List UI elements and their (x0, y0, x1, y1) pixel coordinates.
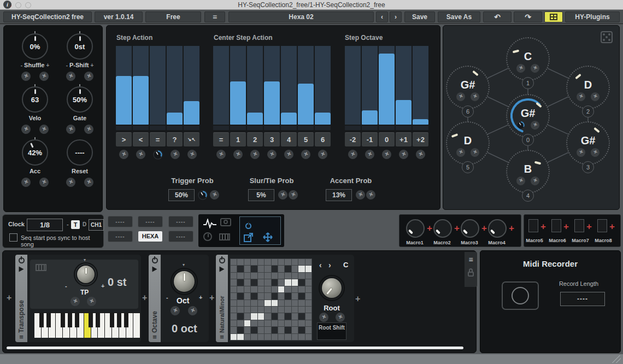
grid-cell[interactable] (237, 320, 243, 326)
seq-slot-6[interactable]: ---- (168, 231, 193, 242)
black-key[interactable] (117, 313, 121, 327)
macro-assign-icon[interactable]: + (509, 225, 514, 232)
step-button-2[interactable]: 2 (247, 132, 263, 146)
external-link-icon[interactable] (244, 232, 254, 242)
grid-cell[interactable] (244, 327, 250, 333)
chart-bar[interactable] (281, 113, 297, 125)
chart-column[interactable] (345, 46, 361, 125)
grid-cell[interactable] (285, 327, 291, 333)
step-button-=[interactable]: = (150, 132, 166, 146)
hexa-center-node[interactable]: G#+ (506, 94, 550, 138)
oct-mod-button-2[interactable]: + (187, 305, 199, 317)
grid-cell[interactable] (251, 313, 257, 319)
grid-cell[interactable] (285, 293, 291, 299)
seq-slot-1[interactable]: ---- (108, 216, 133, 227)
grid-cell[interactable] (278, 334, 284, 340)
black-key[interactable] (96, 313, 100, 327)
chart-bar[interactable] (264, 81, 280, 125)
grid-cell[interactable] (244, 334, 250, 340)
grid-cell[interactable] (244, 313, 250, 319)
grid-cell[interactable] (305, 327, 312, 333)
undo-icon[interactable]: ↶ (483, 11, 512, 22)
grid-cell[interactable] (298, 293, 304, 299)
grid-cell[interactable] (272, 320, 278, 326)
mod-button[interactable]: + (20, 177, 32, 189)
knob-gate[interactable]: 50%Gate++ (54, 83, 106, 134)
grid-cell[interactable] (237, 259, 243, 265)
grid-cell[interactable] (258, 320, 264, 326)
grid-cell[interactable] (265, 313, 271, 319)
grid-cell[interactable] (231, 259, 237, 265)
grid-cell[interactable] (305, 307, 312, 313)
add-module-icon-1[interactable]: + (7, 293, 11, 303)
prev-preset-button[interactable]: ‹ (376, 11, 388, 22)
grid-cell[interactable] (237, 327, 243, 333)
transpose-expand-icon[interactable] (19, 267, 24, 272)
grid-cell[interactable] (237, 313, 243, 319)
save-button[interactable]: Save (404, 11, 435, 22)
octave-expand-icon[interactable] (152, 267, 157, 272)
info-icon[interactable]: i (3, 1, 11, 9)
grid-cell[interactable] (298, 273, 304, 279)
step-button-=[interactable]: = (213, 132, 229, 146)
seq-slot-2[interactable]: ---- (138, 216, 163, 227)
scale-drag-handle[interactable]: ≡ (220, 333, 224, 341)
grid-cell[interactable] (237, 279, 243, 285)
resize-handle[interactable] (612, 355, 621, 363)
grid-cell[interactable] (258, 313, 264, 319)
mod-button[interactable]: + (83, 177, 95, 189)
grid-cell[interactable] (237, 286, 243, 292)
grid-cell[interactable] (265, 300, 271, 306)
grid-cell[interactable] (244, 320, 250, 326)
macro-assign-icon[interactable]: + (427, 225, 432, 232)
grid-cell[interactable] (305, 300, 312, 306)
black-key[interactable] (124, 313, 128, 327)
step-button-0[interactable]: 0 (379, 132, 395, 146)
grid-cell[interactable] (298, 300, 304, 306)
chart-column[interactable] (167, 46, 183, 125)
step-mod-button[interactable]: + (135, 149, 147, 161)
mod-button[interactable]: + (469, 147, 481, 158)
grid-cell[interactable] (258, 259, 264, 265)
chart-column[interactable] (264, 46, 280, 125)
grid-cell[interactable] (272, 293, 278, 299)
grid-cell[interactable] (251, 293, 257, 299)
grid-cell[interactable] (305, 279, 312, 285)
grid-cell[interactable] (298, 313, 304, 319)
mod-button[interactable]: + (455, 147, 467, 158)
grid-cell[interactable] (237, 293, 243, 299)
seq-slot-4[interactable]: ---- (108, 231, 133, 242)
chart-bar[interactable] (362, 110, 378, 125)
grid-cell[interactable] (265, 286, 271, 292)
chart-column[interactable] (184, 46, 199, 125)
chart-bar[interactable] (167, 113, 183, 125)
grid-cell[interactable] (292, 259, 298, 265)
chart-column[interactable] (281, 46, 297, 125)
mod-button[interactable]: + (469, 91, 481, 103)
mod-button[interactable]: + (38, 177, 50, 189)
chart-bar[interactable] (184, 101, 199, 125)
grid-cell[interactable] (231, 266, 237, 272)
chart-bar[interactable] (413, 119, 428, 125)
grid-cell[interactable] (272, 327, 278, 333)
grid-cell[interactable] (278, 327, 284, 333)
trigger-prob-knob-glyph[interactable] (198, 190, 208, 200)
grid-cell[interactable] (272, 259, 278, 265)
plugin-name-button[interactable]: HY-SeqCollection2 free (3, 11, 92, 22)
chart-column[interactable] (315, 46, 331, 125)
piano-mode-icon[interactable] (219, 233, 230, 240)
mod-button[interactable]: + (530, 175, 541, 187)
mod-button[interactable]: + (515, 63, 527, 74)
macro-assign-icon[interactable]: + (563, 223, 569, 231)
scale-expand-icon[interactable] (220, 267, 225, 272)
macro-assign-icon[interactable]: + (454, 225, 460, 232)
chart-column[interactable] (413, 46, 428, 125)
step-button-6[interactable]: 6 (315, 132, 331, 146)
grid-cell[interactable] (237, 307, 243, 313)
macro-assign-icon[interactable]: + (481, 225, 487, 232)
grid-cell[interactable] (278, 320, 284, 326)
grid-cell[interactable] (272, 279, 278, 285)
grid-cell[interactable] (237, 300, 243, 306)
grid-cell[interactable] (285, 279, 291, 285)
grid-cell[interactable] (285, 266, 291, 272)
